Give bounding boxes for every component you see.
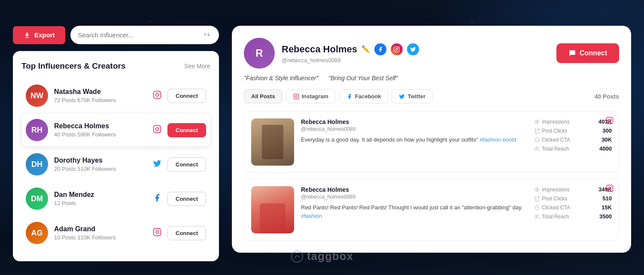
platform-icon-dorothy <box>153 159 161 169</box>
export-label: Export <box>34 31 55 39</box>
influencer-item-adam[interactable]: AG Adam Grand 10 Posts 110K Followers Co… <box>21 217 210 249</box>
svg-point-48 <box>608 119 611 122</box>
post-card-2: Rebecca Holmes @rebecca_holmes0089 Red P… <box>244 179 619 241</box>
svg-point-31 <box>156 94 159 97</box>
influencer-stats-dan: 12 Posts <box>54 200 147 206</box>
facebook-tab-icon <box>346 94 352 100</box>
connect-btn-dan[interactable]: Connect <box>167 192 206 206</box>
post-card-1: Rebecca Holmes @rebecca_holmes0089 Every… <box>244 111 619 173</box>
metric-label-reach-1: Total Reach <box>535 146 569 152</box>
connect-btn-natasha[interactable]: Connect <box>167 89 206 103</box>
svg-point-49 <box>611 118 612 119</box>
post-thumbnail-1 <box>251 118 294 166</box>
post-platform-icon-2 <box>606 184 614 194</box>
profile-name-row: Rebecca Holmes ✏️ <box>282 43 550 55</box>
tab-instagram[interactable]: Instagram <box>286 89 336 103</box>
tabs-row: All Posts Instagram Facebook Twitter 40 … <box>244 89 619 103</box>
influencer-item-dorothy[interactable]: DH Dorothy Hayes 20 Posts 510K Followers… <box>21 148 210 181</box>
connect-btn-dorothy[interactable]: Connect <box>167 157 206 172</box>
svg-point-43 <box>295 95 297 97</box>
avatar-natasha: NW <box>26 85 48 107</box>
influencer-info-dan: Dan Mendez 12 Posts <box>54 191 147 206</box>
connect-btn-adam[interactable]: Connect <box>167 226 206 240</box>
profile-bio: "Fashion & Style Influencer" "Bring Out … <box>244 75 619 82</box>
chat-icon <box>568 49 576 57</box>
metric-label-impressions-1: Impressions <box>535 119 570 125</box>
metric-label-cta-2: Clicked CTA <box>535 205 570 211</box>
influencer-name-rebecca: Rebecca Holmes <box>54 122 147 130</box>
profile-header-row: R Rebecca Holmes ✏️ @rebecca_ho <box>244 38 619 69</box>
influencer-item-dan[interactable]: DM Dan Mendez 12 Posts Connect <box>21 182 210 215</box>
svg-rect-42 <box>294 94 299 99</box>
post-text-1: Everyday is a good day. It all depends o… <box>301 136 528 144</box>
svg-point-51 <box>536 215 538 216</box>
taggbox-icon <box>291 250 304 263</box>
influencer-info-rebecca: Rebecca Holmes 40 Posts 590K Followers <box>54 122 147 138</box>
tab-all-posts-label: All Posts <box>251 93 275 100</box>
list-header: Top Influencers & Creators See More <box>21 61 210 71</box>
svg-point-32 <box>159 93 160 94</box>
twitter-link-icon[interactable] <box>407 43 419 55</box>
profile-connect-button[interactable]: Connect <box>556 43 619 63</box>
post-handle-1: @rebecca_holmes0089 <box>301 126 528 132</box>
export-button[interactable]: Export <box>13 26 65 44</box>
platform-icon-adam <box>153 228 161 238</box>
influencer-info-natasha: Natasha Wade 72 Posts 670K Followers <box>54 88 147 103</box>
tab-twitter[interactable]: Twitter <box>392 89 433 103</box>
svg-point-55 <box>292 251 303 262</box>
influencer-name-dorothy: Dorothy Hayes <box>54 157 147 164</box>
post-handle-2: @rebecca_holmes0089 <box>301 194 528 200</box>
svg-point-37 <box>156 231 159 234</box>
tab-instagram-label: Instagram <box>302 93 328 100</box>
post-author-2: Rebecca Holmes <box>301 186 528 193</box>
metric-label-clicks-1: Post Clicks <box>535 128 567 134</box>
svg-point-53 <box>608 187 611 190</box>
connect-btn-rebecca[interactable]: Connect <box>167 123 206 137</box>
metric-value-reach-2: 3500 <box>599 213 612 220</box>
tab-facebook[interactable]: Facebook <box>339 89 389 103</box>
instagram-tab-icon <box>293 94 299 100</box>
influencer-stats-adam: 10 Posts 110K Followers <box>54 234 147 241</box>
influencer-name-adam: Adam Grand <box>54 225 147 233</box>
influencer-item-rebecca[interactable]: RH Rebecca Holmes 40 Posts 590K Follower… <box>21 114 210 146</box>
influencer-stats-rebecca: 40 Posts 590K Followers <box>54 131 147 138</box>
profile-info: Rebecca Holmes ✏️ @rebecca_holmes0089 <box>282 43 550 63</box>
svg-rect-47 <box>607 118 613 124</box>
posts-area: Rebecca Holmes @rebecca_holmes0089 Every… <box>244 111 619 241</box>
taggbox-logo: taggbox <box>291 250 353 263</box>
post-metrics-2: Impressions 349K Post Clicks 510 <box>535 186 612 220</box>
influencer-list-card: Top Influencers & Creators See More NW N… <box>13 51 219 261</box>
metric-value-clicks-1: 300 <box>602 127 612 134</box>
svg-point-45 <box>537 121 538 122</box>
influencer-items-container: NW Natasha Wade 72 Posts 670K Followers … <box>21 79 210 249</box>
instagram-link-icon[interactable] <box>391 43 403 55</box>
metric-clicks-2: Post Clicks 510 <box>535 195 612 202</box>
svg-rect-30 <box>154 91 161 99</box>
tab-facebook-label: Facebook <box>355 93 381 100</box>
metric-label-reach-2: Total Reach <box>535 214 569 220</box>
svg-point-50 <box>537 189 538 190</box>
svg-rect-36 <box>154 229 161 236</box>
tab-all-posts[interactable]: All Posts <box>244 89 283 103</box>
svg-point-46 <box>536 147 538 148</box>
influencer-name-dan: Dan Mendez <box>54 191 147 199</box>
avatar-dan: DM <box>26 187 48 210</box>
search-input[interactable] <box>78 31 199 39</box>
influencer-info-dorothy: Dorothy Hayes 20 Posts 510K Followers <box>54 157 147 172</box>
svg-point-54 <box>611 186 612 187</box>
avatar-dorothy: DH <box>26 153 48 175</box>
edit-icon[interactable]: ✏️ <box>361 45 370 53</box>
metric-label-clicks-2: Post Clicks <box>535 196 567 202</box>
bio-part-2: "Bring Out Your Best Self" <box>328 75 398 82</box>
metric-label-cta-1: Clicked CTA <box>535 137 570 143</box>
metric-reach-1: Total Reach 4000 <box>535 145 612 152</box>
metric-value-cta-2: 15K <box>601 204 612 211</box>
facebook-link-icon[interactable] <box>374 43 386 55</box>
see-more-link[interactable]: See More <box>184 63 210 70</box>
taggbox-text: taggbox <box>307 250 353 263</box>
influencer-item-natasha[interactable]: NW Natasha Wade 72 Posts 670K Followers … <box>21 79 210 112</box>
platform-icon-dan <box>153 193 161 204</box>
post-platform-icon-1 <box>606 117 614 126</box>
post-metrics-1: Impressions 403K Post Clicks 300 <box>535 118 612 152</box>
metric-clicks-1: Post Clicks 300 <box>535 127 612 134</box>
